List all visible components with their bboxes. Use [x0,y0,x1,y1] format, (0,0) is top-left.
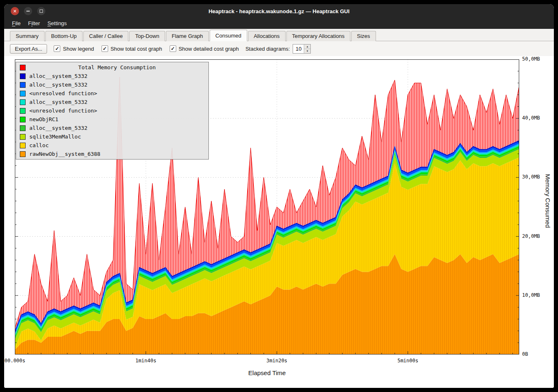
x-axis-tick-label: 3min20s [267,358,288,364]
legend-label: alloc__system_5332 [29,99,87,105]
checkbox-label: Show legend [63,46,94,52]
legend-item: sqlite3MemMalloc [16,132,208,141]
legend-item: alloc__system_5332 [16,72,208,80]
y-axis-tick-label: 40,0MB [522,115,540,121]
menu-settings[interactable]: Settings [44,18,71,29]
tab-summary[interactable]: Summary [10,31,45,41]
checkbox-label: Show total cost graph [111,46,162,52]
legend-title-swatch [20,65,26,70]
legend-swatch [20,82,26,88]
legend-label: alloc__system_5332 [29,73,87,79]
legend-item: alloc__system_5332 [16,98,208,106]
legend-swatch [20,73,26,79]
spinner-down-button[interactable]: ▼ [304,49,310,53]
tab-top-down[interactable]: Top-Down [129,31,165,41]
stacked-diagrams-label: Stacked diagrams: [246,46,290,52]
legend-item: <unresolved function> [16,89,208,98]
tab-bottom-up[interactable]: Bottom-Up [45,31,83,41]
legend-item: alloc__system_5332 [16,124,208,132]
legend-swatch [20,117,26,122]
x-axis-tick-label: 00.000s [5,358,26,364]
legend-label: sqlite3MemMalloc [29,134,81,140]
stacked-diagrams-spinbox[interactable]: 10 ▲ ▼ [293,44,311,54]
y-axis-tick-label: 50,0MB [522,56,540,62]
checkbox-box: ✓ [102,45,108,52]
title-bar: ✕ Heaptrack - heaptrack.wakunode.1.gz — … [4,4,554,18]
legend-label: alloc__system_5332 [29,125,87,131]
y-axis-title: Memory Consumed [544,174,551,228]
legend-swatch [20,99,26,105]
tab-allocations[interactable]: Allocations [248,31,286,41]
y-axis-tick-label: 10,0MB [522,292,540,298]
legend-item: rawNewObj__system_6388 [16,150,208,158]
minimize-button[interactable] [24,7,32,15]
checkbox-show-total-cost-graph[interactable]: ✓Show total cost graph [102,45,162,52]
legend-swatch [20,91,26,96]
export-as-button[interactable]: Export As... [10,44,47,54]
legend-item: calloc [16,141,208,150]
maximize-button[interactable] [37,7,45,15]
legend-swatch [20,125,26,131]
tab-temporary-allocations[interactable]: Temporary Allocations [286,31,350,41]
tab-caller-callee[interactable]: Caller / Callee [83,31,129,41]
toolbar: Export As... ✓Show legend✓Show total cos… [4,41,554,56]
spinner-buttons: ▲ ▼ [304,45,310,53]
stacked-diagrams-value[interactable]: 10 [293,45,304,53]
y-axis-tick-label: 0B [522,351,528,357]
menu-filter[interactable]: Filter [24,18,44,29]
legend-title-row: Total Memory Consumption [16,63,208,72]
x-axis-title: Elapsed Time [15,369,519,376]
chart-area: Total Memory Consumption alloc__system_5… [4,56,554,388]
window-title: Heaptrack - heaptrack.wakunode.1.gz — He… [208,8,350,14]
menu-file[interactable]: File [8,18,24,29]
legend-item: <unresolved function> [16,106,208,115]
checkbox-show-legend[interactable]: ✓Show legend [54,45,94,52]
legend-label: rawNewObj__system_6388 [29,151,100,157]
stacked-diagrams-group: Stacked diagrams: 10 ▲ ▼ [246,44,311,54]
legend-swatch [20,143,26,148]
x-axis-tick-label: 5min00s [397,358,418,364]
legend-swatch [20,151,26,157]
tab-bar: SummaryBottom-UpCaller / CalleeTop-DownF… [4,29,554,41]
checkbox-box: ✓ [54,45,60,52]
checkbox-group: ✓Show legend✓Show total cost graph✓Show … [54,45,239,52]
window-controls: ✕ [11,7,45,15]
legend-label: calloc [29,142,49,148]
legend-label: <unresolved function> [29,90,97,96]
close-button[interactable]: ✕ [11,7,19,15]
legend-label: <unresolved function> [29,108,97,114]
tab-sizes[interactable]: Sizes [351,31,376,41]
legend-label: alloc__system_5332 [29,82,87,88]
legend-swatch [20,134,26,140]
legend-title: Total Memory Consumption [29,64,205,70]
y-axis-tick-label: 20,0MB [522,233,540,239]
app-window: ✕ Heaptrack - heaptrack.wakunode.1.gz — … [4,4,554,388]
legend-label: newObjRC1 [29,116,58,122]
legend-item: alloc__system_5332 [16,80,208,89]
tab-flame-graph[interactable]: Flame Graph [166,31,209,41]
checkbox-label: Show detailed cost graph [179,46,239,52]
chart-legend: Total Memory Consumption alloc__system_5… [16,62,209,160]
spinner-up-button[interactable]: ▲ [304,45,310,49]
y-axis-tick-label: 30,0MB [522,174,540,180]
menu-bar: FileFilterSettings [4,18,554,29]
tab-consumed[interactable]: Consumed [210,30,247,41]
legend-item: newObjRC1 [16,115,208,124]
checkbox-show-detailed-cost-graph[interactable]: ✓Show detailed cost graph [170,45,239,52]
x-axis-tick-label: 1min40s [135,358,156,364]
legend-swatch [20,108,26,114]
minimize-icon [26,11,30,12]
checkbox-box: ✓ [170,45,176,52]
maximize-icon [40,9,43,13]
